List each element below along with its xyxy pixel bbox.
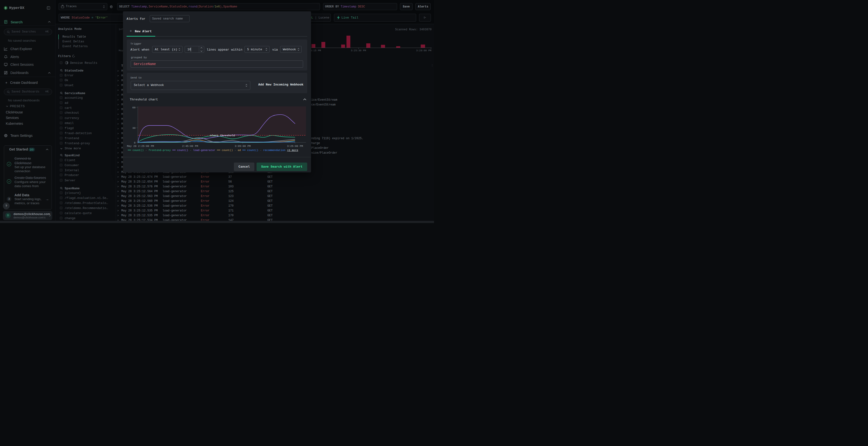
svg-text:30: 30 [132,127,135,130]
svg-text:3:25:00 PM: 3:25:00 PM [287,145,303,148]
svg-text:0: 0 [134,141,135,144]
svg-text:3:05:00 PM: 3:05:00 PM [235,145,250,148]
svg-text:2:45:00 PM: 2:45:00 PM [182,145,198,148]
svg-text:May 28 2:25:00 PM: May 28 2:25:00 PM [127,145,154,148]
svg-text:60: 60 [132,106,135,109]
svg-text:Alert Threshold: Alert Threshold [210,134,235,137]
